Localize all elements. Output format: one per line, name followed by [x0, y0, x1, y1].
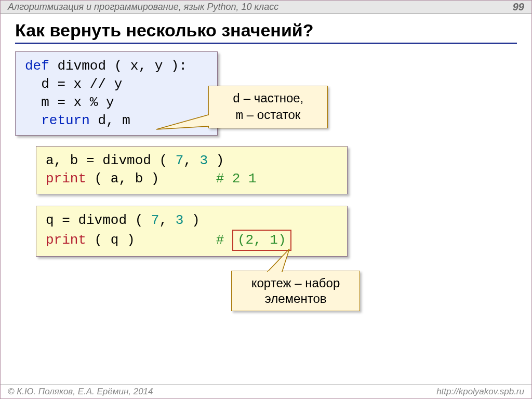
footer-url: http://kpolyakov.spb.ru [436, 387, 524, 397]
callout-tuple: кортеж – набор элементов [231, 271, 360, 311]
svg-marker-0 [156, 115, 208, 129]
kw-return: return [25, 113, 90, 128]
comment: # 2 1 [216, 171, 257, 187]
header-subtitle: Алгоритмизация и программирование, язык … [8, 2, 278, 12]
kw-print: print [46, 232, 86, 248]
page-number: 99 [513, 1, 524, 13]
tuple-highlight: (2, 1) [232, 230, 291, 251]
svg-marker-2 [268, 249, 289, 272]
footer-copyright: © К.Ю. Поляков, Е.А. Ерёмин, 2014 [8, 387, 153, 397]
header-bar: Алгоритмизация и программирование, язык … [1, 1, 531, 14]
code-block-call1: a, b = divmod ( 7, 3 ) print ( a, b ) # … [36, 146, 348, 194]
slide-body: Как вернуть несколько значений? def divm… [1, 14, 531, 257]
callout-divmod: d – частное, m – остаток [208, 86, 328, 128]
kw-def: def [25, 58, 49, 74]
kw-print: print [46, 171, 86, 187]
page-title: Как вернуть несколько значений? [15, 20, 517, 44]
footer-bar: © К.Ю. Поляков, Е.А. Ерёмин, 2014 http:/… [1, 384, 531, 398]
callout-tail-1 [151, 115, 214, 138]
callout-tail-2 [268, 249, 304, 275]
